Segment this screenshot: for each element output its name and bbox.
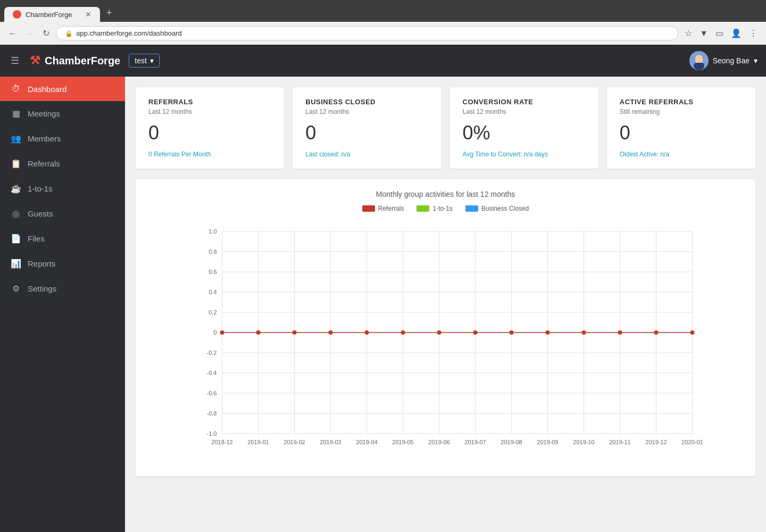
forward-button[interactable]: →	[23, 27, 36, 40]
svg-text:2019-06: 2019-06	[428, 439, 449, 445]
sidebar-item-1to1s[interactable]: ☕ 1-to-1s	[0, 176, 125, 201]
tab-close-button[interactable]: ✕	[85, 10, 91, 19]
referrals-subtitle: Last 12 months	[148, 108, 271, 115]
menu-button[interactable]: ⋮	[747, 26, 760, 40]
referrals-dot	[437, 330, 442, 335]
svg-text:-0.8: -0.8	[207, 410, 217, 417]
legend-business-closed-label: Business Closed	[481, 205, 529, 212]
svg-text:2019-05: 2019-05	[392, 439, 413, 445]
user-chevron-icon: ▾	[754, 56, 757, 65]
svg-text:-0.6: -0.6	[207, 390, 217, 396]
dashboard-icon: ⏱	[11, 84, 21, 94]
referrals-dot	[654, 330, 659, 335]
referrals-dot	[293, 330, 297, 335]
svg-text:-0.2: -0.2	[207, 350, 217, 356]
hamburger-button[interactable]: ☰	[9, 53, 21, 69]
sidebar-item-referrals[interactable]: 📋 Referrals	[0, 151, 125, 176]
svg-text:2019-12: 2019-12	[645, 439, 667, 445]
group-selector[interactable]: test ▾	[129, 54, 160, 68]
active-tab[interactable]: ChamberForge ✕	[4, 7, 100, 22]
grammarly-button[interactable]: ▼	[697, 27, 710, 40]
chart-legend: Referrals 1-to-1s Business Closed	[146, 205, 745, 212]
cast-button[interactable]: ▭	[713, 26, 726, 40]
referrals-dot	[618, 330, 622, 335]
svg-text:-0.4: -0.4	[207, 370, 217, 376]
reports-icon: 📊	[11, 259, 21, 269]
logo-text: ChamberForge	[45, 55, 120, 67]
app-logo: ⚒ ChamberForge	[30, 54, 120, 68]
referrals-dot	[546, 330, 550, 335]
sidebar-item-dashboard[interactable]: ⏱ Dashboard	[0, 77, 125, 101]
sidebar-label-settings: Settings	[28, 284, 56, 293]
referrals-dot	[365, 330, 369, 335]
svg-text:2019-09: 2019-09	[537, 439, 558, 445]
legend-business-closed-color	[465, 205, 478, 212]
stat-card-business-closed: BUSINESS CLOSED Last 12 months 0 Last cl…	[293, 87, 441, 169]
active-referrals-title: ACTIVE REFERRALS	[620, 98, 743, 106]
user-name: Seong Bae	[713, 56, 750, 65]
svg-text:0: 0	[213, 329, 217, 336]
business-closed-subtitle: Last 12 months	[305, 108, 428, 115]
svg-text:0.2: 0.2	[209, 309, 217, 315]
svg-text:2019-03: 2019-03	[320, 439, 341, 445]
stat-card-active-referrals: ACTIVE REFERRALS Still remaining 0 Oldes…	[607, 87, 755, 169]
sidebar-label-1to1s: 1-to-1s	[28, 184, 53, 193]
referrals-dot	[582, 330, 586, 335]
active-referrals-subtitle: Still remaining	[620, 108, 743, 115]
sidebar-item-meetings[interactable]: ▦ Meetings	[0, 101, 125, 126]
legend-1to1s-color	[417, 205, 429, 212]
stat-cards: REFERRALS Last 12 months 0 0 Referrals P…	[136, 87, 755, 169]
guests-icon: ◎	[11, 209, 21, 219]
stat-card-referrals: REFERRALS Last 12 months 0 0 Referrals P…	[136, 87, 284, 169]
sidebar-item-files[interactable]: 📄 Files	[0, 226, 125, 251]
legend-referrals-label: Referrals	[378, 205, 404, 212]
sidebar-item-settings[interactable]: ⚙ Settings	[0, 276, 125, 301]
chart-container: Monthly group activities for last 12 mon…	[136, 179, 755, 476]
user-menu[interactable]: Seong Bae ▾	[689, 51, 757, 70]
refresh-button[interactable]: ↻	[40, 26, 52, 40]
referrals-footer: 0 Referrals Per Month	[148, 151, 271, 158]
svg-text:2019-08: 2019-08	[501, 439, 522, 445]
sidebar-item-reports[interactable]: 📊 Reports	[0, 251, 125, 276]
legend-1to1s: 1-to-1s	[417, 205, 452, 212]
svg-text:2019-07: 2019-07	[464, 439, 486, 445]
svg-rect-3	[695, 59, 703, 63]
referrals-dot	[401, 330, 405, 335]
tab-title: ChamberForge	[26, 11, 72, 19]
sidebar-label-files: Files	[28, 234, 45, 243]
referrals-value: 0	[148, 122, 271, 144]
browser-tabs: ChamberForge ✕ +	[4, 4, 762, 22]
stat-card-conversion-rate: CONVERSION RATE Last 12 months 0% Avg Ti…	[450, 87, 598, 169]
legend-business-closed: Business Closed	[465, 205, 529, 212]
app-header: ☰ ⚒ ChamberForge test ▾ Seong Bae ▾	[0, 45, 766, 77]
svg-text:2019-04: 2019-04	[356, 439, 377, 445]
group-name: test	[135, 56, 147, 65]
referrals-dot	[256, 330, 261, 335]
bookmark-button[interactable]: ☆	[682, 26, 694, 40]
toolbar-actions: ☆ ▼ ▭ 👤 ⋮	[682, 26, 760, 40]
back-button[interactable]: ←	[6, 27, 19, 40]
new-tab-button[interactable]: +	[100, 4, 119, 22]
avatar	[689, 51, 709, 70]
profile-button[interactable]: 👤	[729, 26, 744, 40]
lock-icon: 🔒	[65, 30, 73, 37]
active-referrals-value: 0	[620, 122, 743, 144]
sidebar-item-members[interactable]: 👥 Members	[0, 126, 125, 151]
conversion-rate-title: CONVERSION RATE	[463, 98, 586, 106]
main-content: REFERRALS Last 12 months 0 0 Referrals P…	[125, 77, 766, 532]
svg-text:0.6: 0.6	[209, 269, 217, 275]
referrals-title: REFERRALS	[148, 98, 271, 106]
referrals-dot	[473, 330, 478, 335]
sidebar-item-guests[interactable]: ◎ Guests	[0, 201, 125, 226]
1to1s-icon: ☕	[11, 184, 21, 194]
svg-text:2019-10: 2019-10	[573, 439, 594, 445]
legend-1to1s-label: 1-to-1s	[432, 205, 452, 212]
members-icon: 👥	[11, 134, 21, 144]
main-layout: ⏱ Dashboard ▦ Meetings 👥 Members 📋 Refer…	[0, 77, 766, 532]
referrals-dot	[690, 330, 695, 335]
url-text: app.chamberforge.com/dashboard	[76, 29, 182, 37]
browser-chrome: ChamberForge ✕ +	[0, 0, 766, 22]
address-bar[interactable]: 🔒 app.chamberforge.com/dashboard	[56, 26, 678, 40]
referrals-dot	[510, 330, 514, 335]
referrals-icon: 📋	[11, 159, 21, 169]
